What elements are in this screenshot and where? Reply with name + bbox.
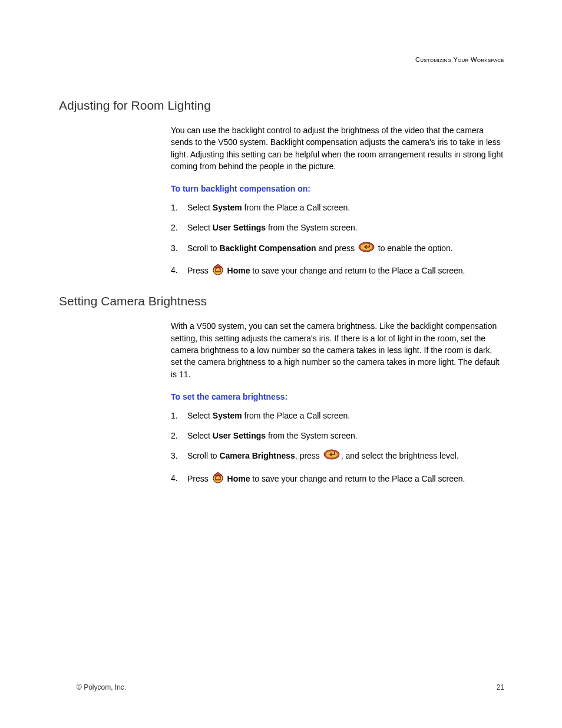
step-bold: Camera Brightness (219, 452, 295, 461)
step-text: Select (187, 223, 213, 232)
heading-setting-camera-brightness: Setting Camera Brightness (59, 294, 504, 308)
enter-icon (323, 449, 340, 463)
heading-adjusting-room-lighting: Adjusting for Room Lighting (59, 98, 504, 113)
procedure-list: Select System from the Place a Call scre… (171, 202, 504, 279)
step-bold: Home (227, 474, 250, 483)
step-text: from the System screen. (266, 431, 358, 440)
home-icon (212, 263, 224, 278)
step-item: Scroll to Camera Brightness, press , and… (171, 450, 504, 463)
running-header: Customizing Your Workspace (59, 56, 504, 63)
enter-icon (358, 242, 375, 255)
step-item: Select System from the Place a Call scre… (171, 202, 504, 213)
procedure-list: Select System from the Place a Call scre… (171, 410, 504, 487)
step-item: Select System from the Place a Call scre… (171, 410, 504, 421)
step-bold: System (213, 203, 242, 212)
step-text: from the Place a Call screen. (242, 411, 351, 420)
step-bold: User Settings (213, 431, 266, 440)
procedure-heading: To turn backlight compensation on: (171, 184, 504, 193)
step-bold: Backlight Compensation (219, 243, 316, 253)
step-text: Select (187, 203, 213, 212)
step-bold: System (213, 411, 242, 420)
step-text: from the Place a Call screen. (242, 203, 351, 212)
step-text: Press (187, 474, 211, 483)
procedure-heading: To set the camera brightness: (171, 392, 504, 401)
step-item: Scroll to Backlight Compensation and pre… (171, 242, 504, 256)
step-item: Select User Settings from the System scr… (171, 222, 504, 233)
step-text: and press (316, 243, 357, 253)
step-text: Scroll to (187, 452, 219, 461)
step-item: Select User Settings from the System scr… (171, 430, 504, 442)
step-text: , and select the brightness level. (341, 452, 459, 461)
step-text: to enable the option. (376, 243, 453, 253)
step-text: Press (187, 266, 211, 275)
step-bold: User Settings (213, 223, 266, 232)
step-item: Press Home to save your change and retur… (171, 264, 504, 279)
step-text: to save your change and return to the Pl… (250, 266, 465, 275)
step-text: to save your change and return to the Pl… (250, 474, 465, 483)
step-text: from the System screen. (266, 223, 358, 232)
step-text: Select (187, 431, 213, 440)
home-icon (212, 472, 224, 486)
step-bold: Home (227, 266, 250, 275)
copyright-text: © Polycom, Inc. (77, 683, 126, 691)
step-text: Scroll to (187, 243, 219, 253)
intro-paragraph: With a V500 system, you can set the came… (171, 320, 504, 380)
intro-paragraph: You can use the backlight control to adj… (171, 124, 504, 172)
step-text: , press (295, 452, 322, 461)
step-item: Press Home to save your change and retur… (171, 472, 504, 487)
page-number: 21 (497, 683, 504, 691)
step-text: Select (187, 411, 213, 420)
